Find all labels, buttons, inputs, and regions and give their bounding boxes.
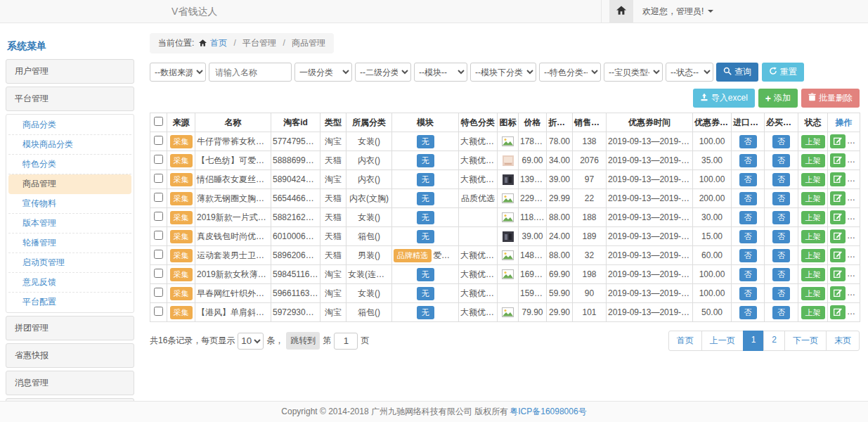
add-button[interactable]: + 添加 [758,89,798,108]
filter-select-level1-category[interactable]: 一级分类 [294,63,352,82]
import-select-toggle[interactable]: 否 [739,268,757,281]
import-select-toggle[interactable]: 否 [739,306,757,319]
page-link-4[interactable]: 下一页 [784,331,827,351]
sidebar-subitem-2[interactable]: 商品分类 [8,115,131,135]
status-badge[interactable]: 上架 [801,268,825,281]
sidebar-item-13[interactable]: 省惠快报 [6,343,134,368]
status-badge[interactable]: 上架 [801,306,825,319]
edit-button[interactable] [830,172,846,186]
reset-button[interactable]: 重置 [762,63,804,82]
import-select-toggle[interactable]: 否 [739,211,757,224]
search-button[interactable]: 查询 [716,63,758,82]
module-badge[interactable]: 无 [417,211,434,224]
module-badge[interactable]: 无 [417,173,434,186]
page-link-0[interactable]: 首页 [668,331,702,351]
sidebar-subitem-3[interactable]: 模块商品分类 [8,135,131,155]
status-badge[interactable]: 上架 [801,249,825,262]
batch-delete-button[interactable]: 批量删除 [801,89,860,108]
must-buy-toggle[interactable]: 否 [772,306,790,319]
filter-select-feature-category[interactable]: --特色分类-- [539,63,601,82]
select-all-checkbox[interactable] [154,117,163,126]
must-buy-toggle[interactable]: 否 [772,287,790,300]
sidebar-item-12[interactable]: 拼团管理 [6,316,134,340]
edit-button[interactable] [830,229,846,243]
filter-select-module[interactable]: --模块-- [414,63,467,82]
jump-button[interactable]: 跳转到 [286,332,320,350]
must-buy-toggle[interactable]: 否 [772,135,790,148]
edit-button[interactable] [830,248,846,262]
module-badge[interactable]: 无 [417,230,434,243]
edit-button[interactable] [830,267,846,281]
row-checkbox[interactable] [154,307,163,316]
filter-select-module-subcategory[interactable]: --模块下分类-- [470,63,536,82]
status-badge[interactable]: 上架 [801,192,825,205]
per-page-select[interactable]: 10 [238,333,264,350]
filter-select-item-type[interactable]: --宝贝类型-- [604,63,663,82]
module-badge[interactable]: 无 [417,268,434,281]
import-select-toggle[interactable]: 否 [739,192,757,205]
sidebar-subitem-9[interactable]: 启动页管理 [8,253,131,273]
row-checkbox[interactable] [154,269,163,278]
page-link-1[interactable]: 上一页 [701,331,744,351]
sidebar-item-14[interactable]: 消息管理 [6,371,134,395]
sidebar-subitem-11[interactable]: 平台配置 [8,293,131,312]
import-select-toggle[interactable]: 否 [739,230,757,243]
edit-button[interactable] [830,210,846,224]
import-excel-button[interactable]: 导入excel [693,89,755,108]
status-badge[interactable]: 上架 [801,211,825,224]
filter-name-input[interactable] [209,63,292,82]
sidebar-subitem-4[interactable]: 特色分类 [8,155,131,174]
edit-button[interactable] [830,134,846,148]
welcome-user-dropdown[interactable]: 欢迎您，管理员! [642,6,704,18]
home-button[interactable] [609,0,633,23]
row-checkbox[interactable] [154,174,163,183]
module-badge[interactable]: 品牌精选 [394,249,432,262]
module-badge[interactable]: 无 [417,154,434,167]
row-checkbox[interactable] [154,288,163,297]
status-badge[interactable]: 上架 [801,230,825,243]
sidebar-subitem-6[interactable]: 宣传物料 [8,194,131,214]
row-checkbox[interactable] [154,231,163,240]
page-number-input[interactable] [334,333,358,350]
page-link-5[interactable]: 末页 [826,331,860,351]
must-buy-toggle[interactable]: 否 [772,192,790,205]
must-buy-toggle[interactable]: 否 [772,154,790,167]
module-badge[interactable]: 无 [417,135,434,148]
row-checkbox[interactable] [154,155,163,164]
sidebar-subitem-5[interactable]: 商品管理 [8,174,131,194]
sidebar-subitem-8[interactable]: 轮播管理 [8,234,131,253]
module-badge[interactable]: 无 [417,192,434,205]
import-select-toggle[interactable]: 否 [739,249,757,262]
edit-button[interactable] [830,305,846,319]
status-badge[interactable]: 上架 [801,135,825,148]
row-checkbox[interactable] [154,212,163,221]
must-buy-toggle[interactable]: 否 [772,173,790,186]
icp-link[interactable]: 粤ICP备16098006号 [510,406,586,418]
status-badge[interactable]: 上架 [801,173,825,186]
row-checkbox[interactable] [154,136,163,145]
import-select-toggle[interactable]: 否 [739,173,757,186]
status-badge[interactable]: 上架 [801,154,825,167]
import-select-toggle[interactable]: 否 [739,287,757,300]
must-buy-toggle[interactable]: 否 [772,230,790,243]
edit-button[interactable] [830,286,846,300]
edit-button[interactable] [830,153,846,167]
breadcrumb-home-link[interactable]: 首页 [210,38,227,48]
import-select-toggle[interactable]: 否 [739,154,757,167]
must-buy-toggle[interactable]: 否 [772,211,790,224]
status-badge[interactable]: 上架 [801,287,825,300]
sidebar-item-0[interactable]: 用户管理 [6,59,134,84]
sidebar-subitem-7[interactable]: 版本管理 [8,214,131,234]
filter-select-status[interactable]: --状态-- [666,63,713,82]
page-link-3[interactable]: 2 [763,331,785,351]
module-badge[interactable]: 无 [417,287,434,300]
edit-button[interactable] [830,191,846,205]
sidebar-item-1[interactable]: 平台管理 [6,87,134,111]
filter-select-level2-category[interactable]: --二级分类-- [355,63,411,82]
must-buy-toggle[interactable]: 否 [772,268,790,281]
page-link-2[interactable]: 1 [743,331,765,351]
module-badge[interactable]: 无 [417,306,434,319]
row-checkbox[interactable] [154,250,163,259]
row-checkbox[interactable] [154,193,163,202]
must-buy-toggle[interactable]: 否 [772,249,790,262]
